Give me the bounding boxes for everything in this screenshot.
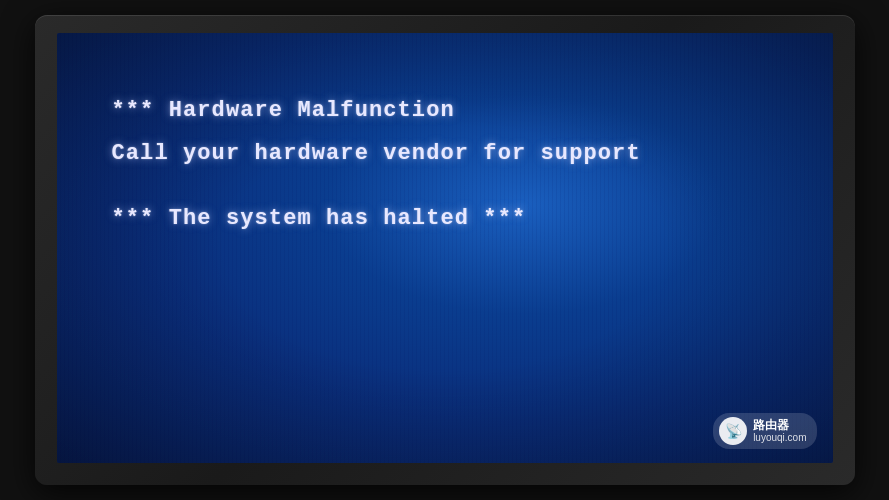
watermark-icon: 📡 (719, 417, 747, 445)
bsod-line-1: *** Hardware Malfunction (112, 93, 778, 128)
bsod-line-2: Call your hardware vendor for support (112, 136, 778, 171)
bsod-text-area: *** Hardware Malfunction Call your hardw… (112, 93, 778, 237)
watermark: 📡 路由器 luyouqi.com (713, 413, 816, 449)
watermark-en: luyouqi.com (753, 432, 806, 443)
bsod-line-3: *** The system has halted *** (112, 201, 778, 236)
router-icon: 📡 (725, 423, 742, 439)
photo-frame: *** Hardware Malfunction Call your hardw… (0, 0, 889, 500)
laptop-bezel: *** Hardware Malfunction Call your hardw… (35, 15, 855, 485)
watermark-cn: 路由器 (753, 419, 806, 432)
laptop-screen: *** Hardware Malfunction Call your hardw… (57, 33, 833, 463)
watermark-text: 路由器 luyouqi.com (753, 419, 806, 443)
